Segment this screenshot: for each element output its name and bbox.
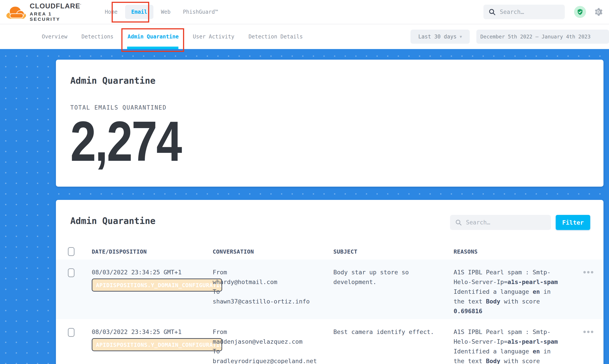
from-address: maddenjason@velazquez.com [213,337,333,347]
table-search-placeholder: Search… [466,219,490,226]
summary-card-title: Admin Quarantine [70,76,589,86]
row-conversation: From whardy@hotmail.com To shawn37@casti… [213,267,333,316]
row-subject: Best camera identify effect. [333,327,442,364]
select-all-checkbox[interactable] [68,247,74,256]
account-status-badge[interactable] [574,6,586,18]
chevron-down-icon: ▼ [460,34,462,39]
shield-check-icon [577,8,583,15]
page-background: Admin Quarantine TOTAL EMAILS QUARANTINE… [0,49,609,364]
column-header-conversation: CONVERSATION [213,248,333,255]
tab-admin-quarantine[interactable]: Admin Quarantine [128,34,179,40]
topnav-email[interactable]: Email [125,5,153,19]
cloudflare-logo: CLOUDFLARE’ AREA 1 SECURITY [6,2,81,22]
row-checkbox[interactable] [68,268,74,277]
row-subject: Body star up store so development. [333,267,442,316]
row-reasons: A1S IPBL Pearl spam : Smtp-Helo-Server-I… [454,267,561,316]
date-range-display[interactable]: December 5th 2022 — January 4th 2023 [476,30,609,44]
from-label: From [213,327,333,337]
topnav-home[interactable]: Home [99,5,124,19]
brand-name: CLOUDFLARE’ [30,2,81,10]
from-address: whardy@hotmail.com [213,277,333,287]
tab-user-activity[interactable]: User Activity [193,34,234,40]
active-tab-underline [127,47,178,49]
table-row: 08/03/2022 23:34:25 GMT+1 APIDISPOSITION… [56,260,603,319]
tab-overview[interactable]: Overview [42,34,68,40]
top-bar: CLOUDFLARE’ AREA 1 SECURITY Home Email W… [0,0,609,24]
gear-icon [594,7,603,17]
row-checkbox[interactable] [68,328,74,337]
topnav-phishguard[interactable]: PhishGuard™ [177,5,224,19]
column-header-date: DATE/DISPOSITION [92,248,213,255]
topnav-web[interactable]: Web [155,5,177,19]
global-search-placeholder: Search… [500,9,524,15]
quarantine-table-card: Admin Quarantine Search… Filter DATE/DIS… [56,200,603,364]
disposition-badge: APIDISPOSITIONS.Y_DOMAIN_CONFIGURATION [92,338,222,351]
from-label: From [213,267,333,277]
row-conversation: From maddenjason@velazquez.com To bradle… [213,327,333,364]
settings-button[interactable] [594,7,603,17]
to-label: To [213,347,333,356]
metric-value: 2,274 [70,115,181,168]
row-date: 08/03/2022 23:34:25 GMT+1 [92,267,213,277]
date-range-preset-label: Last 30 days [418,34,457,40]
table-row: 08/03/2022 23:34:25 GMT+1 APIDISPOSITION… [56,319,603,364]
row-actions-menu-icon[interactable] [583,331,593,333]
search-icon [488,8,496,16]
quarantine-summary-card: Admin Quarantine TOTAL EMAILS QUARANTINE… [56,60,603,187]
filter-button[interactable]: Filter [556,215,590,230]
column-header-subject: SUBJECT [333,248,454,255]
table-header-row: DATE/DISPOSITION CONVERSATION SUBJECT RE… [56,244,603,260]
table-search-input[interactable]: Search… [450,215,551,230]
row-reasons: A1S IPBL Pearl spam : Smtp-Helo-Server-I… [454,327,561,364]
tab-detection-details[interactable]: Detection Details [248,34,303,40]
table-card-title: Admin Quarantine [70,216,155,226]
email-section-tabs: Overview Detections Admin Quarantine Use… [0,24,609,49]
table-body: 08/03/2022 23:34:25 GMT+1 APIDISPOSITION… [56,260,603,364]
cloudflare-cloud-icon [6,4,26,20]
date-range-preset-dropdown[interactable]: Last 30 days ▼ [410,30,470,44]
to-address: bradleyrodriguez@copeland.net [213,356,333,364]
search-icon [455,219,462,226]
row-date: 08/03/2022 23:34:25 GMT+1 [92,327,213,337]
tab-detections[interactable]: Detections [81,34,114,40]
global-search-input[interactable]: Search… [483,5,565,19]
to-label: To [213,287,333,297]
row-actions-menu-icon[interactable] [583,271,593,274]
disposition-badge: APIDISPOSITIONS.Y_DOMAIN_CONFIGURATION [92,279,222,292]
top-navigation: Home Email Web PhishGuard™ [99,5,224,19]
column-header-reasons: REASONS [454,248,573,255]
to-address: shawn37@castillo-ortiz.info [213,297,333,306]
brand-tagline: AREA 1 SECURITY [30,11,81,22]
